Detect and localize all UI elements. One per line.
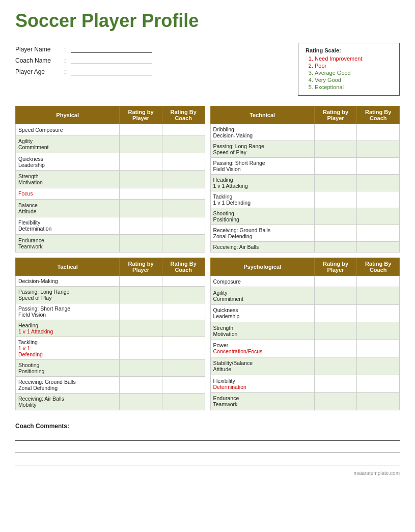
rating-player-cell[interactable] <box>314 304 357 322</box>
rating-coach-cell[interactable] <box>162 360 205 377</box>
rating-player-cell[interactable] <box>314 191 357 208</box>
rating-player-cell[interactable] <box>120 394 162 410</box>
skill-cell: Passing: Short RangeField Vision <box>210 158 314 175</box>
rating-player-cell[interactable] <box>314 242 357 253</box>
psychological-rating-player-header: Rating by Player <box>314 258 357 276</box>
rating-player-cell[interactable] <box>314 287 357 305</box>
rating-player-cell[interactable] <box>120 217 162 235</box>
rating-coach-cell[interactable] <box>162 153 205 171</box>
player-age-label: Player Age <box>15 68 61 75</box>
skill-cell: Heading1 v 1 Attacking <box>210 175 314 191</box>
coach-comment-line-1[interactable] <box>15 433 400 441</box>
skill-cell: Passing: Long RangeSpeed of Play <box>16 287 120 303</box>
rating-coach-cell[interactable] <box>357 158 400 175</box>
coach-name-field[interactable] <box>71 57 152 64</box>
physical-rating-coach-header: Rating By Coach <box>162 106 205 124</box>
player-name-colon: : <box>64 46 66 53</box>
rating-scale-item-3: Average Good <box>315 70 392 76</box>
rating-player-cell[interactable] <box>314 175 357 191</box>
rating-coach-cell[interactable] <box>162 217 205 235</box>
rating-coach-cell[interactable] <box>357 304 400 322</box>
coach-name-colon: : <box>64 57 66 64</box>
rating-player-cell[interactable] <box>314 141 357 158</box>
rating-coach-cell[interactable] <box>357 124 400 141</box>
rating-player-cell[interactable] <box>314 322 357 340</box>
rating-player-cell[interactable] <box>120 337 162 360</box>
table-row: Heading1 v 1 Attacking <box>210 175 400 191</box>
rating-coach-cell[interactable] <box>162 320 205 337</box>
rating-player-cell[interactable] <box>120 377 162 394</box>
skill-cell: PowerConcentration/Focus <box>210 340 314 357</box>
rating-player-cell[interactable] <box>120 235 162 253</box>
table-row: BalanceAttitude <box>16 200 205 217</box>
rating-coach-cell[interactable] <box>162 287 205 303</box>
rating-player-cell[interactable] <box>120 171 162 188</box>
rating-coach-cell[interactable] <box>357 393 400 410</box>
rating-player-cell[interactable] <box>120 188 162 199</box>
rating-coach-cell[interactable] <box>357 357 400 375</box>
rating-coach-cell[interactable] <box>162 188 205 199</box>
rating-player-cell[interactable] <box>314 225 357 242</box>
skill-cell: Speed Composure <box>16 124 120 135</box>
rating-player-cell[interactable] <box>120 320 162 337</box>
rating-coach-cell[interactable] <box>357 276 400 287</box>
rating-scale-item-4: Very Good <box>315 77 392 83</box>
rating-coach-cell[interactable] <box>162 377 205 394</box>
rating-coach-cell[interactable] <box>357 141 400 158</box>
rating-player-cell[interactable] <box>120 124 162 135</box>
rating-player-cell[interactable] <box>120 200 162 217</box>
rating-player-cell[interactable] <box>120 303 162 320</box>
rating-player-cell[interactable] <box>314 375 357 393</box>
table-row: Passing: Long RangeSpeed of Play <box>210 141 400 158</box>
player-age-field[interactable] <box>71 68 152 75</box>
skill-cell: DribblingDecision-Making <box>210 124 314 141</box>
skill-cell: EnduranceTeamwork <box>16 235 120 253</box>
rating-coach-cell[interactable] <box>357 242 400 253</box>
rating-coach-cell[interactable] <box>162 171 205 188</box>
table-row: Stability/BalanceAttitude <box>210 357 400 375</box>
rating-player-cell[interactable] <box>314 124 357 141</box>
rating-player-cell[interactable] <box>120 287 162 303</box>
rating-coach-cell[interactable] <box>162 337 205 360</box>
rating-coach-cell[interactable] <box>357 175 400 191</box>
rating-player-cell[interactable] <box>120 276 162 287</box>
skill-cell: Receiving: Ground BallsZonal Defending <box>210 225 314 242</box>
rating-coach-cell[interactable] <box>357 208 400 225</box>
rating-coach-cell[interactable] <box>162 394 205 410</box>
rating-coach-cell[interactable] <box>162 303 205 320</box>
rating-player-cell[interactable] <box>120 135 162 153</box>
rating-player-cell[interactable] <box>120 153 162 171</box>
rating-coach-cell[interactable] <box>162 235 205 253</box>
coach-comment-line-3[interactable] <box>15 457 400 465</box>
rating-player-cell[interactable] <box>120 360 162 377</box>
skill-cell: QuicknessLeadership <box>210 304 314 322</box>
rating-scale-item-2: Poor <box>315 63 392 69</box>
rating-coach-cell[interactable] <box>357 191 400 208</box>
rating-coach-cell[interactable] <box>162 276 205 287</box>
table-row: PowerConcentration/Focus <box>210 340 400 357</box>
rating-player-cell[interactable] <box>314 158 357 175</box>
rating-coach-cell[interactable] <box>357 322 400 340</box>
rating-scale-item-1: Need Improvement <box>315 55 392 62</box>
rating-player-cell[interactable] <box>314 393 357 410</box>
rating-player-cell[interactable] <box>314 208 357 225</box>
rating-coach-cell[interactable] <box>162 124 205 135</box>
table-row: EnduranceTeamwork <box>16 235 205 253</box>
table-row: EnduranceTeamwork <box>210 393 400 410</box>
coach-comment-line-2[interactable] <box>15 445 400 453</box>
skill-cell: AgilityCommitment <box>210 287 314 305</box>
rating-coach-cell[interactable] <box>357 225 400 242</box>
rating-player-cell[interactable] <box>314 357 357 375</box>
skill-cell: Stability/BalanceAttitude <box>210 357 314 375</box>
rating-coach-cell[interactable] <box>162 135 205 153</box>
rating-coach-cell[interactable] <box>357 340 400 357</box>
rating-player-cell[interactable] <box>314 276 357 287</box>
rating-coach-cell[interactable] <box>357 287 400 305</box>
skill-cell: Receiving: Ground BallsZonal Defending <box>16 377 120 394</box>
rating-coach-cell[interactable] <box>162 200 205 217</box>
skill-cell: FlexibilityDetermination <box>16 217 120 235</box>
player-name-field[interactable] <box>71 46 152 53</box>
rating-player-cell[interactable] <box>314 340 357 357</box>
rating-coach-cell[interactable] <box>357 375 400 393</box>
player-name-row: Player Name : <box>15 46 152 53</box>
